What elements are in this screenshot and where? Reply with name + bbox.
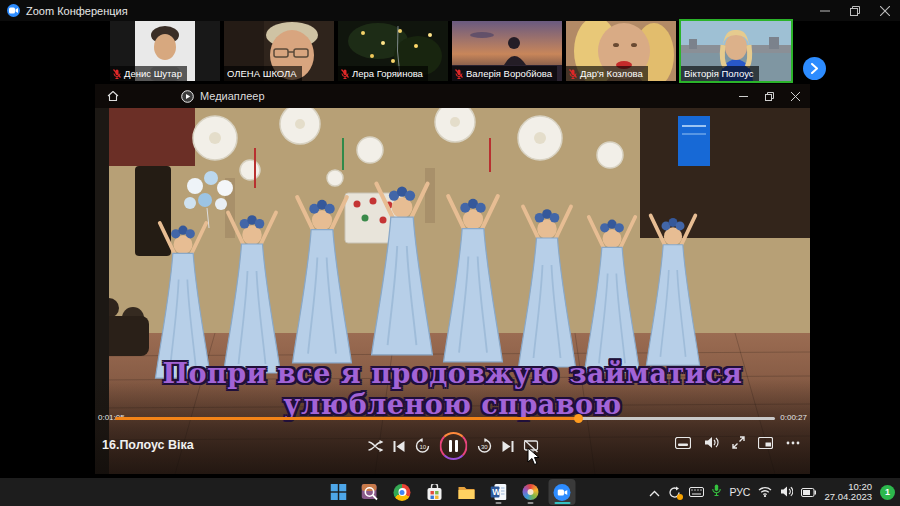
shared-screen-area: Медиаплеер bbox=[0, 84, 900, 478]
start-button[interactable] bbox=[325, 479, 352, 505]
chrome-icon bbox=[394, 484, 411, 501]
touch-keyboard-icon[interactable] bbox=[689, 483, 704, 501]
tray-date: 27.04.2023 bbox=[824, 492, 872, 503]
sync-alert-dot bbox=[677, 494, 683, 500]
svg-text:30: 30 bbox=[481, 444, 488, 450]
paint-button[interactable] bbox=[517, 479, 544, 505]
microphone-active-icon[interactable] bbox=[712, 483, 721, 501]
participant-name: ОЛЕНА ШКОЛА bbox=[227, 68, 297, 79]
participant-name: Валерія Воробйова bbox=[466, 68, 552, 79]
close-button[interactable] bbox=[782, 84, 808, 108]
participant-tile[interactable]: Валерія Воробйова bbox=[452, 21, 562, 81]
fullscreen-button[interactable] bbox=[732, 436, 745, 449]
screen: Zoom Конференция Денис Шутар ОЛЕНА ШКОЛА bbox=[0, 0, 900, 506]
media-player-window: Медиаплеер bbox=[95, 84, 810, 474]
language-indicator[interactable]: РУС bbox=[729, 486, 750, 498]
seek-bar[interactable] bbox=[115, 417, 775, 420]
muted-mic-icon bbox=[341, 69, 349, 79]
participant-name-label: ОЛЕНА ШКОЛА bbox=[224, 66, 302, 81]
media-player-titlebar: Медиаплеер bbox=[95, 84, 810, 108]
next-track-button[interactable] bbox=[501, 440, 514, 453]
word-button[interactable]: W bbox=[485, 479, 512, 505]
taskbar-app-icons: W bbox=[325, 478, 576, 506]
svg-text:W: W bbox=[492, 487, 501, 497]
participant-tile[interactable]: ОЛЕНА ШКОЛА bbox=[224, 21, 334, 81]
participant-name: Лера Горяинова bbox=[352, 68, 423, 79]
media-player-window-controls bbox=[730, 84, 808, 108]
participant-name: Денис Шутар bbox=[124, 68, 182, 79]
participant-tile[interactable]: Дар'я Козлова bbox=[566, 21, 676, 81]
volume-button[interactable] bbox=[704, 436, 719, 449]
close-button[interactable] bbox=[870, 0, 900, 21]
window-controls bbox=[810, 0, 900, 21]
participant-name-label: Вікторія Полоус bbox=[681, 66, 759, 81]
media-player-logo-icon bbox=[181, 90, 194, 103]
participant-name-label: Дар'я Козлова bbox=[566, 66, 648, 81]
participant-name: Вікторія Полоус bbox=[684, 68, 754, 79]
chrome-button[interactable] bbox=[389, 479, 416, 505]
folder-icon bbox=[457, 485, 475, 500]
captions-button[interactable] bbox=[675, 437, 691, 449]
subtitle-line-2: улюбленою справою bbox=[95, 389, 810, 420]
muted-mic-icon bbox=[455, 69, 463, 79]
zoom-icon bbox=[554, 484, 571, 501]
more-options-button[interactable] bbox=[786, 441, 800, 445]
participant-name-label: Валерія Воробйова bbox=[452, 66, 557, 81]
minimize-button[interactable] bbox=[810, 0, 840, 21]
battery-icon[interactable] bbox=[801, 483, 816, 501]
picture-in-picture-button[interactable] bbox=[758, 437, 773, 449]
participant-tile[interactable]: Лера Горяинова bbox=[338, 21, 448, 81]
store-button[interactable] bbox=[421, 479, 448, 505]
previous-track-button[interactable] bbox=[392, 440, 405, 453]
sync-status-icon[interactable] bbox=[668, 486, 681, 499]
seek-progress bbox=[115, 417, 579, 420]
participant-filmstrip: Денис Шутар ОЛЕНА ШКОЛА Лера Горяинова В… bbox=[0, 21, 900, 84]
home-icon[interactable] bbox=[107, 90, 119, 102]
participant-name-label: Лера Горяинова bbox=[338, 66, 428, 81]
transport-controls: 10 30 bbox=[367, 432, 538, 460]
zoom-button[interactable] bbox=[549, 479, 576, 505]
player-secondary-controls bbox=[675, 436, 800, 449]
media-player-title: Медиаплеер bbox=[200, 90, 265, 102]
restore-button[interactable] bbox=[840, 0, 870, 21]
speaker-icon[interactable] bbox=[780, 483, 793, 501]
windows-logo-icon bbox=[330, 484, 346, 500]
minimize-button[interactable] bbox=[730, 84, 756, 108]
window-title: Zoom Конференция bbox=[26, 5, 128, 17]
word-icon: W bbox=[490, 484, 506, 500]
file-explorer-button[interactable] bbox=[453, 479, 480, 505]
participant-tile-active-speaker[interactable]: Вікторія Полоус bbox=[681, 21, 791, 81]
tray-clock[interactable]: 10:20 27.04.2023 bbox=[824, 482, 872, 503]
notification-badge[interactable]: 1 bbox=[880, 485, 895, 500]
pause-button[interactable] bbox=[439, 432, 467, 460]
zoom-window-titlebar: Zoom Конференция bbox=[0, 0, 900, 21]
tray-chevron-up-icon[interactable] bbox=[649, 483, 660, 501]
karaoke-subtitles: Попри все я продовжую займатися улюблено… bbox=[95, 358, 810, 420]
track-title: 16.Полоус Віка bbox=[102, 438, 194, 452]
subtitle-line-1: Попри все я продовжую займатися bbox=[95, 358, 810, 389]
next-participants-button[interactable] bbox=[803, 57, 826, 80]
mouse-cursor bbox=[527, 447, 540, 466]
shuffle-button[interactable] bbox=[367, 440, 383, 452]
search-icon bbox=[362, 484, 379, 501]
paint-icon bbox=[522, 484, 538, 500]
chevron-right-icon bbox=[810, 63, 819, 74]
search-button[interactable] bbox=[357, 479, 384, 505]
system-tray: РУС 10:20 27.04.2023 1 bbox=[649, 478, 895, 506]
svg-text:10: 10 bbox=[419, 444, 426, 450]
microsoft-store-icon bbox=[426, 484, 442, 501]
muted-mic-icon bbox=[569, 69, 577, 79]
forward-30-button[interactable]: 30 bbox=[476, 438, 492, 454]
replay-10-button[interactable]: 10 bbox=[414, 438, 430, 454]
participant-tile[interactable]: Денис Шутар bbox=[110, 21, 220, 81]
wifi-icon[interactable] bbox=[758, 483, 772, 501]
participant-name-label: Денис Шутар bbox=[110, 66, 187, 81]
muted-mic-icon bbox=[113, 69, 121, 79]
zoom-app-icon bbox=[7, 4, 20, 17]
participant-name: Дар'я Козлова bbox=[580, 68, 643, 79]
windows-taskbar: W РУС 10:20 2 bbox=[0, 478, 900, 506]
remaining-time: 0:00:27 bbox=[780, 413, 807, 422]
restore-button[interactable] bbox=[756, 84, 782, 108]
